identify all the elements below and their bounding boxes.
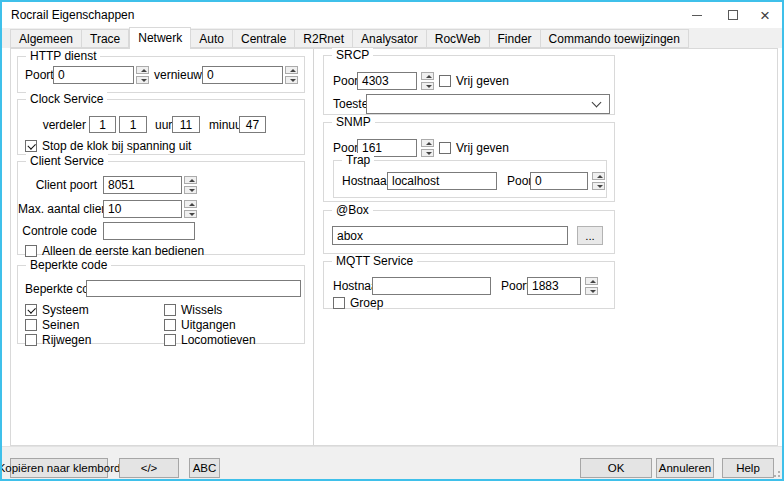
clock-uur-input[interactable]: 11 [172,116,200,133]
spin-up-icon[interactable] [585,277,598,285]
title-bar: Rocrail Eigenschappen × [2,2,782,28]
http-vernieuwen-spinner [285,66,298,84]
spin-up-icon[interactable] [136,66,149,74]
spin-down-icon[interactable] [592,182,605,190]
clock-verdeler1-input[interactable]: 1 [89,116,116,133]
spin-up-icon[interactable] [184,200,197,208]
splitter-sash[interactable] [313,49,314,445]
seinen-checkbox[interactable]: Seinen [25,318,79,332]
close-icon: × [760,7,770,24]
abox-input[interactable]: abox [332,226,568,245]
max-clients-label: Max. aantal clients [18,200,97,218]
mqtt-hostnaam-input[interactable] [372,277,491,295]
checkbox-icon [25,304,37,316]
wissels-checkbox-label: Wissels [181,303,222,317]
trap-hostnaam-input[interactable]: localhost [387,172,497,190]
clock-stop-checkbox-label: Stop de klok bij spanning uit [42,139,191,153]
rijwegen-checkbox[interactable]: Rijwegen [25,333,91,347]
tab-rocweb[interactable]: RocWeb [427,29,490,48]
spin-up-icon[interactable] [421,139,434,147]
clock-stop-checkbox[interactable]: Stop de klok bij spanning uit [25,139,191,153]
group-snmp: SNMP Poort 161 Vrij geven Trap Hostnaam … [323,122,615,202]
clock-uur-label: uur [155,116,172,134]
tab-trace[interactable]: Trace [82,29,129,48]
srcp-poort-input[interactable]: 4303 [357,72,417,90]
group-client-service: Client Service Client poort 8051 Max. aa… [17,161,305,255]
http-vernieuwen-input[interactable]: 0 [202,66,283,84]
minimize-button[interactable] [682,4,712,26]
max-clients-input[interactable]: 10 [103,200,182,218]
spin-up-icon[interactable] [184,176,197,184]
checkbox-icon [333,297,345,309]
srcp-poort-spinner [421,72,434,90]
locomotieven-checkbox-label: Locomotieven [181,333,256,347]
spin-down-icon[interactable] [585,287,598,295]
minimize-icon [692,15,702,16]
mqtt-poort-input[interactable]: 1883 [527,277,581,295]
clock-verdeler2-input[interactable]: 1 [119,116,147,133]
systeem-checkbox-label: Systeem [42,303,89,317]
tab-r2rnet[interactable]: R2Rnet [295,29,353,48]
mqtt-groep-checkbox[interactable]: Groep [333,296,383,310]
checkbox-icon [25,319,37,331]
tab-commando-toewijzingen[interactable]: Commando toewijzingen [541,29,689,48]
group-beperkte-code: Beperkte code Beperkte code Systeem Sein… [17,265,305,344]
spin-up-icon[interactable] [592,172,605,180]
resize-grip[interactable] [772,469,780,477]
tab-algemeen[interactable]: Algemeen [10,29,82,48]
spin-down-icon[interactable] [136,76,149,84]
trap-poort-input[interactable]: 0 [530,172,588,190]
chevron-down-icon [592,98,602,108]
http-poort-input[interactable]: 0 [53,66,134,84]
checkbox-icon [25,245,37,257]
tab-centrale[interactable]: Centrale [233,29,295,48]
http-poort-spinner [136,66,149,84]
srcp-vrij-geven-checkbox[interactable]: Vrij geven [439,74,509,88]
locomotieven-checkbox[interactable]: Locomotieven [164,333,256,347]
tab-finder[interactable]: Finder [490,29,541,48]
tab-auto[interactable]: Auto [191,29,233,48]
spin-down-icon[interactable] [184,210,197,218]
checkbox-icon [25,334,37,346]
clock-minuut-input[interactable]: 47 [239,116,266,133]
group-http-dienst-title: HTTP dienst [26,49,100,63]
group-beperkte-code-title: Beperkte code [26,258,111,272]
group-abox-title: @Box [332,203,373,217]
copy-to-clipboard-button[interactable]: Kopiëren naar klembord [10,458,108,478]
beperkte-code-input[interactable] [86,280,301,297]
spin-down-icon[interactable] [421,149,434,157]
spin-up-icon[interactable] [285,66,298,74]
help-button[interactable]: Help [722,458,774,478]
client-poort-spinner [184,176,197,194]
uitgangen-checkbox[interactable]: Uitgangen [164,318,236,332]
spin-up-icon[interactable] [421,72,434,80]
spin-down-icon[interactable] [184,186,197,194]
systeem-checkbox[interactable]: Systeem [25,303,89,317]
client-poort-label: Client poort [18,176,97,194]
window-title: Rocrail Eigenschappen [11,8,134,22]
eerste-bedienen-checkbox[interactable]: Alleen de eerste kan bedienen [25,244,204,258]
wissels-checkbox[interactable]: Wissels [164,303,222,317]
tab-analysator[interactable]: Analysator [353,29,427,48]
code-view-button[interactable]: </> [119,458,179,478]
group-srcp: SRCP Poort 4303 Vrij geven Toestel [323,55,615,115]
controle-code-input[interactable] [103,222,195,240]
http-poort-label: Poort [25,66,54,84]
client-poort-input[interactable]: 8051 [103,176,182,194]
abox-browse-button[interactable]: ... [577,226,603,245]
clock-verdeler-label: verdeler [18,116,86,134]
cancel-button[interactable]: Annuleren [656,458,714,478]
spin-down-icon[interactable] [421,82,434,90]
snmp-poort-spinner [421,139,434,157]
spin-down-icon[interactable] [285,76,298,84]
snmp-vrij-geven-checkbox[interactable]: Vrij geven [439,141,509,155]
close-button[interactable]: × [750,4,780,26]
checkbox-icon [164,304,176,316]
srcp-toestel-combobox[interactable] [366,94,610,114]
abc-button[interactable]: ABC [189,458,220,478]
group-trap: Trap Hostnaam localhost Poort 0 [333,160,607,198]
tab-netwerk[interactable]: Netwerk [129,27,191,49]
ok-button[interactable]: OK [580,458,652,478]
maximize-button[interactable] [718,4,748,26]
srcp-vrij-geven-checkbox-label: Vrij geven [456,74,509,88]
